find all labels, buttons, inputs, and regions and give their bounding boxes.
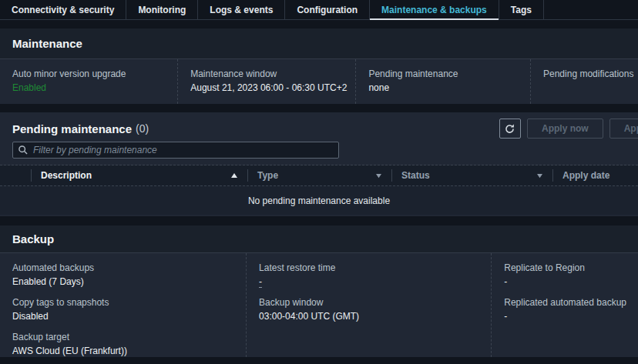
apply-now-button[interactable]: Apply now (527, 119, 603, 139)
refresh-icon (504, 123, 515, 135)
maintenance-fields: Auto minor version upgrade Enabled Maint… (0, 59, 638, 104)
field-value-enabled: Enabled (12, 82, 165, 94)
field-value: Enabled (7 Days) (12, 276, 234, 288)
backup-column-2: Latest restore time - Backup window 03:0… (246, 253, 491, 357)
filter-field (12, 142, 339, 159)
backup-title: Backup (12, 232, 54, 245)
backup-fields: Automated backups Enabled (7 Days) Copy … (0, 253, 638, 357)
empty-state-message: No pending maintenance available (248, 195, 390, 206)
field-latest-restore-time: Latest restore time - (259, 262, 479, 288)
field-label: Backup target (12, 332, 234, 343)
pending-maintenance-toolbar: Pending maintenance (0) Apply now Apply (12, 119, 626, 139)
field-replicate-to-region: Replicate to Region - (504, 262, 626, 288)
field-automated-backups: Automated backups Enabled (7 Days) (12, 262, 234, 288)
column-label: Type (257, 170, 278, 181)
field-value: AWS Cloud (EU (Frankfurt)) (12, 346, 234, 357)
backup-column-1: Automated backups Enabled (7 Days) Copy … (0, 253, 246, 357)
tab-label: Logs & events (210, 5, 273, 15)
field-value: - (259, 277, 262, 288)
field-pending-modifications: Pending modifications (530, 59, 638, 104)
apply-button[interactable]: Apply (609, 119, 638, 139)
field-maintenance-window: Maintenance window August 21, 2023 06:00… (177, 59, 355, 104)
field-pending-maintenance: Pending maintenance none (355, 59, 530, 104)
pending-maintenance-filter-input[interactable] (12, 142, 339, 159)
field-value: none (368, 82, 518, 94)
column-header-type[interactable]: Type (247, 169, 391, 182)
column-header-description[interactable]: Description (31, 169, 247, 182)
field-value: - (504, 311, 626, 322)
field-label: Replicate to Region (504, 262, 626, 274)
tab-label: Monitoring (138, 5, 186, 15)
filter-dropdown-icon[interactable] (375, 173, 382, 179)
pending-maintenance-count: (0) (136, 122, 149, 135)
search-icon (18, 145, 29, 155)
column-header-status[interactable]: Status (391, 169, 552, 182)
maintenance-backups-page: Connectivity & security Monitoring Logs … (0, 0, 638, 364)
tab-label: Maintenance & backups (381, 5, 487, 15)
field-value: Disabled (12, 311, 234, 322)
pending-actions: Apply now Apply (499, 119, 626, 139)
field-label: Replicated automated backup (504, 297, 626, 309)
sort-ascending-icon (230, 172, 238, 179)
table-leading-cell (0, 169, 31, 182)
maintenance-title: Maintenance (12, 37, 82, 50)
backup-column-3: Replicate to Region - Replicated automat… (491, 253, 638, 357)
column-label: Status (401, 170, 430, 181)
field-label: Automated backups (12, 262, 234, 274)
tab-logs-events[interactable]: Logs & events (198, 0, 285, 19)
column-header-apply-date[interactable]: Apply date (552, 169, 638, 182)
tab-monitoring[interactable]: Monitoring (126, 0, 198, 19)
backup-card: Backup Automated backups Enabled (7 Days… (0, 225, 638, 357)
table-empty-state: No pending maintenance available (0, 185, 638, 215)
field-label: Copy tags to snapshots (12, 297, 234, 309)
field-label: Auto minor version upgrade (12, 68, 165, 80)
field-value: - (504, 276, 626, 288)
tab-connectivity-security[interactable]: Connectivity & security (0, 0, 126, 19)
field-label: Maintenance window (190, 68, 343, 80)
filter-dropdown-icon[interactable] (536, 173, 543, 179)
field-copy-tags-to-snapshots: Copy tags to snapshots Disabled (12, 297, 234, 322)
field-value: August 21, 2023 06:00 - 06:30 UTC+2 (190, 82, 343, 94)
field-backup-window: Backup window 03:00-04:00 UTC (GMT) (259, 297, 479, 322)
refresh-button[interactable] (499, 119, 521, 139)
field-value: 03:00-04:00 UTC (GMT) (259, 311, 479, 322)
maintenance-card-header: Maintenance (0, 28, 638, 59)
field-backup-target: Backup target AWS Cloud (EU (Frankfurt)) (12, 332, 234, 357)
pending-maintenance-title: Pending maintenance (12, 122, 132, 135)
field-replicated-automated-backup: Replicated automated backup - (504, 297, 626, 322)
field-label: Latest restore time (259, 262, 479, 274)
maintenance-card: Maintenance Auto minor version upgrade E… (0, 28, 638, 104)
detail-tabs: Connectivity & security Monitoring Logs … (0, 0, 638, 20)
backup-card-header: Backup (0, 225, 638, 253)
field-auto-minor-version-upgrade: Auto minor version upgrade Enabled (0, 59, 177, 104)
table-header-row: Description Type Status (0, 165, 638, 185)
pending-maintenance-card: Pending maintenance (0) Apply now Apply (0, 112, 638, 216)
tab-maintenance-backups[interactable]: Maintenance & backups (370, 0, 499, 19)
tab-label: Tags (511, 5, 532, 15)
field-label: Pending modifications (543, 68, 626, 80)
tab-label: Connectivity & security (12, 5, 114, 15)
field-label: Pending maintenance (368, 68, 518, 80)
tab-configuration[interactable]: Configuration (285, 0, 370, 19)
field-label: Backup window (259, 297, 479, 309)
column-label: Description (41, 170, 92, 181)
tab-label: Configuration (297, 5, 358, 15)
tab-tags[interactable]: Tags (499, 0, 544, 19)
column-label: Apply date (562, 170, 609, 181)
pending-maintenance-table: Description Type Status (0, 165, 638, 215)
